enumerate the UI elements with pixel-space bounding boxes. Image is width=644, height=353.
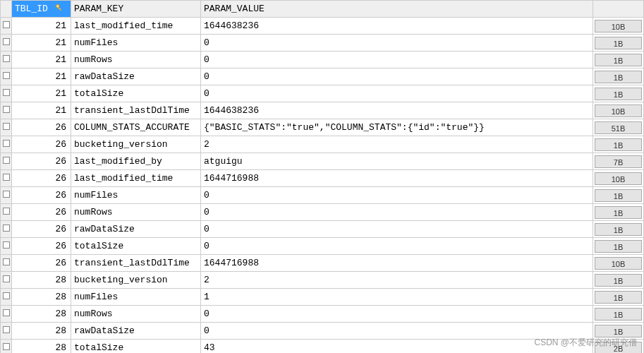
cell-param-value[interactable]: {"BASIC_STATS":"true","COLUMN_STATS":{"i… xyxy=(201,119,593,136)
size-button[interactable]: 1B xyxy=(595,88,642,100)
cell-tbl-id[interactable]: 26 xyxy=(12,136,71,153)
cell-param-value[interactable]: atguigu xyxy=(201,153,593,170)
table-row[interactable]: 26numFiles01B xyxy=(1,187,644,204)
cell-param-key[interactable]: transient_lastDdlTime xyxy=(71,255,201,272)
cell-param-value[interactable]: 0 xyxy=(201,35,593,52)
cell-param-key[interactable]: bucketing_version xyxy=(71,136,201,153)
table-row[interactable]: 26totalSize01B xyxy=(1,238,644,255)
row-marker-cell[interactable] xyxy=(1,52,12,68)
cell-param-key[interactable]: rawDataSize xyxy=(71,323,201,340)
table-row[interactable]: 26last_modified_time164471698810B xyxy=(1,170,644,187)
table-row[interactable]: 26COLUMN_STATS_ACCURATE{"BASIC_STATS":"t… xyxy=(1,119,644,136)
cell-param-value[interactable]: 1644716988 xyxy=(201,255,593,272)
size-button[interactable]: 1B xyxy=(595,37,642,49)
table-row[interactable]: 28rawDataSize01B xyxy=(1,323,644,340)
cell-tbl-id[interactable]: 26 xyxy=(12,221,71,238)
cell-param-key[interactable]: numFiles xyxy=(71,35,201,52)
row-marker-cell[interactable] xyxy=(1,204,12,221)
size-button[interactable]: 7B xyxy=(595,155,642,168)
cell-tbl-id[interactable]: 26 xyxy=(12,187,71,204)
size-button[interactable]: 1B xyxy=(595,223,642,236)
column-header-param-value[interactable]: PARAM_VALUE xyxy=(201,1,593,18)
table-row[interactable]: 21rawDataSize01B xyxy=(1,68,644,85)
cell-param-key[interactable]: numRows xyxy=(71,306,201,323)
cell-param-key[interactable]: numRows xyxy=(71,204,201,221)
size-button[interactable]: 51B xyxy=(595,121,642,134)
cell-param-value[interactable]: 1644638236 xyxy=(201,102,593,119)
cell-param-value[interactable]: 0 xyxy=(201,52,593,68)
cell-tbl-id[interactable]: 21 xyxy=(12,35,71,52)
table-row[interactable]: 21numFiles01B xyxy=(1,35,644,52)
cell-param-key[interactable]: bucketing_version xyxy=(71,272,201,289)
cell-param-key[interactable]: totalSize xyxy=(71,238,201,255)
row-marker-cell[interactable] xyxy=(1,187,12,204)
cell-tbl-id[interactable]: 26 xyxy=(12,153,71,170)
size-button[interactable]: 1B xyxy=(595,189,642,202)
cell-param-value[interactable]: 2 xyxy=(201,136,593,153)
row-marker-cell[interactable] xyxy=(1,272,12,289)
table-row[interactable]: 28totalSize432B xyxy=(1,340,644,354)
cell-tbl-id[interactable]: 28 xyxy=(12,272,71,289)
cell-tbl-id[interactable]: 26 xyxy=(12,238,71,255)
cell-param-value[interactable]: 0 xyxy=(201,68,593,85)
row-marker-cell[interactable] xyxy=(1,340,12,354)
row-marker-cell[interactable] xyxy=(1,68,12,85)
cell-param-key[interactable]: last_modified_time xyxy=(71,18,201,35)
cell-param-value[interactable]: 0 xyxy=(201,306,593,323)
size-button[interactable]: 1B xyxy=(595,274,642,287)
size-button[interactable]: 1B xyxy=(595,54,642,66)
cell-tbl-id[interactable]: 28 xyxy=(12,323,71,340)
row-marker-cell[interactable] xyxy=(1,18,12,35)
cell-param-value[interactable]: 0 xyxy=(201,238,593,255)
cell-tbl-id[interactable]: 26 xyxy=(12,170,71,187)
row-marker-cell[interactable] xyxy=(1,238,12,255)
size-button[interactable]: 10B xyxy=(595,257,642,270)
row-marker-cell[interactable] xyxy=(1,289,12,306)
cell-param-value[interactable]: 0 xyxy=(201,221,593,238)
row-marker-cell[interactable] xyxy=(1,119,12,136)
column-header-tbl-id[interactable]: TBL_ID xyxy=(12,1,71,18)
cell-tbl-id[interactable]: 21 xyxy=(12,68,71,85)
size-button[interactable]: 10B xyxy=(595,20,642,32)
cell-param-key[interactable]: totalSize xyxy=(71,85,201,102)
cell-tbl-id[interactable]: 26 xyxy=(12,255,71,272)
cell-param-value[interactable]: 1644716988 xyxy=(201,170,593,187)
table-row[interactable]: 26transient_lastDdlTime164471698810B xyxy=(1,255,644,272)
cell-param-key[interactable]: transient_lastDdlTime xyxy=(71,102,201,119)
table-row[interactable]: 26numRows01B xyxy=(1,204,644,221)
row-marker-cell[interactable] xyxy=(1,35,12,52)
row-marker-cell[interactable] xyxy=(1,153,12,170)
cell-param-value[interactable]: 0 xyxy=(201,187,593,204)
cell-param-key[interactable]: numRows xyxy=(71,52,201,68)
header-checkbox-col[interactable] xyxy=(1,1,12,18)
cell-param-key[interactable]: COLUMN_STATS_ACCURATE xyxy=(71,119,201,136)
cell-param-value[interactable]: 1644638236 xyxy=(201,18,593,35)
size-button[interactable]: 10B xyxy=(595,104,642,117)
size-button[interactable]: 1B xyxy=(595,308,642,321)
cell-tbl-id[interactable]: 26 xyxy=(12,119,71,136)
size-button[interactable]: 10B xyxy=(595,172,642,185)
row-marker-cell[interactable] xyxy=(1,102,12,119)
row-marker-cell[interactable] xyxy=(1,170,12,187)
size-button[interactable]: 1B xyxy=(595,325,642,337)
table-row[interactable]: 21transient_lastDdlTime164463823610B xyxy=(1,102,644,119)
row-marker-cell[interactable] xyxy=(1,323,12,340)
table-row[interactable]: 26rawDataSize01B xyxy=(1,221,644,238)
column-header-param-key[interactable]: PARAM_KEY xyxy=(71,1,201,18)
cell-param-key[interactable]: rawDataSize xyxy=(71,68,201,85)
cell-param-value[interactable]: 2 xyxy=(201,272,593,289)
table-row[interactable]: 26bucketing_version21B xyxy=(1,136,644,153)
cell-tbl-id[interactable]: 28 xyxy=(12,289,71,306)
table-row[interactable]: 21totalSize01B xyxy=(1,85,644,102)
size-button[interactable]: 1B xyxy=(595,291,642,304)
cell-tbl-id[interactable]: 26 xyxy=(12,204,71,221)
cell-param-value[interactable]: 1 xyxy=(201,289,593,306)
row-marker-cell[interactable] xyxy=(1,85,12,102)
table-row[interactable]: 21last_modified_time164463823610B xyxy=(1,18,644,35)
cell-param-key[interactable]: totalSize xyxy=(71,340,201,354)
table-container[interactable]: TBL_ID PARAM_KEY PARAM_VALUE xyxy=(0,0,644,353)
cell-tbl-id[interactable]: 28 xyxy=(12,306,71,323)
cell-param-value[interactable]: 0 xyxy=(201,85,593,102)
row-marker-cell[interactable] xyxy=(1,136,12,153)
size-button[interactable]: 1B xyxy=(595,138,642,151)
